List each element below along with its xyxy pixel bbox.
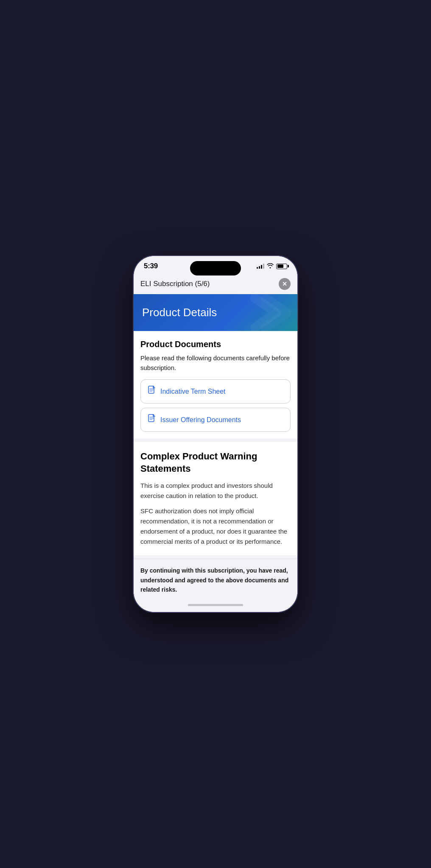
- banner-decoration-icon: [242, 294, 293, 331]
- indicative-term-sheet-label: Indicative Term Sheet: [160, 388, 226, 395]
- footer-notice: By continuing with this subscription, yo…: [140, 566, 291, 594]
- status-time: 5:39: [144, 262, 158, 270]
- doc-icon-1: [148, 386, 156, 397]
- status-icons: [257, 263, 287, 270]
- nav-bar: ELI Subscription (5/6) ✕: [134, 274, 297, 294]
- close-button[interactable]: ✕: [279, 278, 291, 290]
- home-indicator: [134, 601, 297, 612]
- issuer-offering-documents-label: Issuer Offering Documents: [160, 416, 241, 424]
- nav-title: ELI Subscription (5/6): [140, 280, 210, 288]
- battery-fill: [277, 264, 284, 268]
- header-banner-title: Product Details: [142, 306, 217, 319]
- signal-bar-3: [261, 265, 262, 269]
- signal-bars-icon: [257, 264, 264, 269]
- home-bar: [188, 604, 243, 606]
- warning-statements-heading: Complex Product Warning Statements: [140, 451, 291, 475]
- issuer-offering-documents-button[interactable]: Issuer Offering Documents: [140, 408, 291, 432]
- battery-icon: [276, 264, 287, 269]
- phone-screen: 5:39: [134, 256, 297, 612]
- header-banner: Product Details: [134, 294, 297, 331]
- indicative-term-sheet-button[interactable]: Indicative Term Sheet: [140, 379, 291, 403]
- signal-bar-2: [259, 266, 260, 269]
- product-documents-subtext: Please read the following documents care…: [140, 353, 291, 373]
- warning-text-1: This is a complex product and investors …: [140, 481, 291, 501]
- dynamic-island: [190, 261, 241, 275]
- doc-icon-2: [148, 414, 156, 426]
- warning-text-2: SFC authorization does not imply officia…: [140, 506, 291, 547]
- footer-section: By continuing with this subscription, yo…: [134, 559, 297, 601]
- signal-bar-4: [263, 264, 264, 269]
- signal-bar-1: [257, 267, 258, 269]
- wifi-icon: [267, 263, 274, 270]
- product-documents-section: Product Documents Please read the follow…: [134, 331, 297, 439]
- warning-statements-section: Complex Product Warning Statements This …: [134, 442, 297, 555]
- scroll-content[interactable]: Product Documents Please read the follow…: [134, 331, 297, 601]
- product-documents-heading: Product Documents: [140, 339, 291, 349]
- close-icon: ✕: [282, 281, 287, 287]
- phone-frame: 5:39: [133, 255, 298, 613]
